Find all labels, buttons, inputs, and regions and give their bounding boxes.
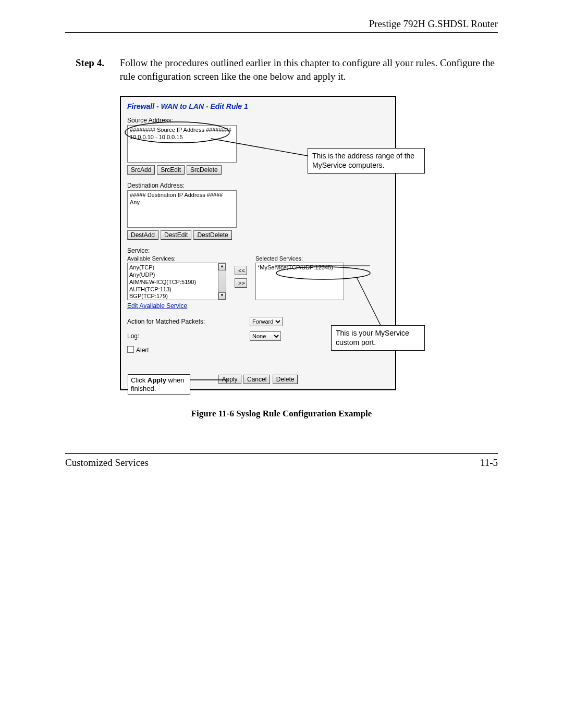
action-select[interactable]: Forward: [250, 317, 283, 326]
available-service-item[interactable]: BGP(TCP:179): [129, 293, 224, 300]
scrollbar[interactable]: ▲ ▼: [218, 263, 226, 300]
dest-delete-button[interactable]: DestDelete: [193, 230, 231, 240]
service-label: Service:: [127, 247, 389, 254]
available-services-label: Available Services:: [127, 255, 226, 262]
dest-address-section: Destination Address: ##### Destination I…: [127, 182, 389, 240]
footer-left: Customized Services: [65, 457, 149, 468]
service-section: Service: Available Services: Any(TCP) An…: [127, 247, 389, 310]
figure-caption: Figure 11-6 Syslog Rule Configuration Ex…: [65, 409, 498, 419]
edit-available-service-link[interactable]: Edit Available Service: [127, 302, 226, 310]
log-select[interactable]: None: [250, 331, 281, 341]
callout-custom-port: This is your MyService custom port.: [331, 325, 425, 351]
available-service-item[interactable]: Any(TCP): [129, 264, 224, 272]
dest-edit-button[interactable]: DestEdit: [161, 230, 191, 240]
src-delete-button[interactable]: SrcDelete: [187, 165, 222, 175]
cancel-button[interactable]: Cancel: [243, 375, 270, 384]
callout-address-range: This is the address range of the MyServi…: [308, 148, 425, 174]
step-block: Step 4. Follow the procedures outlined e…: [76, 56, 498, 83]
move-left-button[interactable]: <<: [235, 266, 247, 275]
alert-checkbox[interactable]: Alert: [127, 346, 149, 354]
log-label: Log:: [127, 332, 244, 340]
page-footer: Customized Services 11-5: [65, 453, 498, 468]
selected-services-list[interactable]: *MyService(TCP/UDP:12345): [255, 263, 344, 300]
dest-address-list[interactable]: ##### Destination IP Address ##### Any: [127, 190, 237, 228]
source-list-header: ######## Source IP Address ########: [130, 127, 234, 134]
dest-address-label: Destination Address:: [127, 182, 389, 189]
apply-button[interactable]: Apply: [218, 375, 241, 384]
selected-service-item[interactable]: *MyService(TCP/UDP:12345): [258, 264, 342, 272]
move-right-button[interactable]: >>: [235, 278, 247, 288]
figure-region: Firewall - WAN to LAN - Edit Rule 1 Sour…: [120, 96, 464, 398]
page-header: Prestige 792H G.SHDSL Router: [65, 18, 498, 33]
scroll-down-icon[interactable]: ▼: [218, 292, 226, 300]
scroll-up-icon[interactable]: ▲: [218, 263, 226, 270]
source-list-item[interactable]: 10.0.0.10 - 10.0.0.15: [130, 134, 234, 141]
header-title: Prestige 792H G.SHDSL Router: [369, 18, 498, 29]
footer-right: 11-5: [480, 457, 498, 468]
action-label: Action for Matched Packets:: [127, 318, 244, 325]
callout-apply-hint-a: Click: [131, 376, 148, 384]
available-service-item[interactable]: AUTH(TCP:113): [129, 286, 224, 293]
callout-apply-hint-b: Apply: [148, 376, 166, 384]
callout-apply-hint: Click Apply when finished.: [128, 374, 190, 394]
dest-list-item[interactable]: Any: [130, 199, 234, 206]
step-label: Step 4.: [76, 56, 117, 70]
alert-label: Alert: [136, 347, 149, 354]
source-address-label: Source Address:: [127, 117, 389, 124]
available-service-item[interactable]: AIM/NEW-ICQ(TCP:5190): [129, 279, 224, 286]
src-edit-button[interactable]: SrcEdit: [157, 165, 185, 175]
src-add-button[interactable]: SrcAdd: [127, 165, 155, 175]
panel-title: Firewall - WAN to LAN - Edit Rule 1: [127, 102, 389, 110]
dest-add-button[interactable]: DestAdd: [127, 230, 158, 240]
available-service-item[interactable]: Any(UDP): [129, 272, 224, 279]
selected-services-label: Selected Services:: [255, 255, 344, 262]
step-text: Follow the procedures outlined earlier i…: [120, 56, 495, 83]
available-services-list[interactable]: Any(TCP) Any(UDP) AIM/NEW-ICQ(TCP:5190) …: [127, 263, 226, 300]
delete-button[interactable]: Delete: [273, 375, 298, 384]
dest-list-header: ##### Destination IP Address #####: [130, 192, 234, 199]
source-address-list[interactable]: ######## Source IP Address ######## 10.0…: [127, 125, 237, 163]
